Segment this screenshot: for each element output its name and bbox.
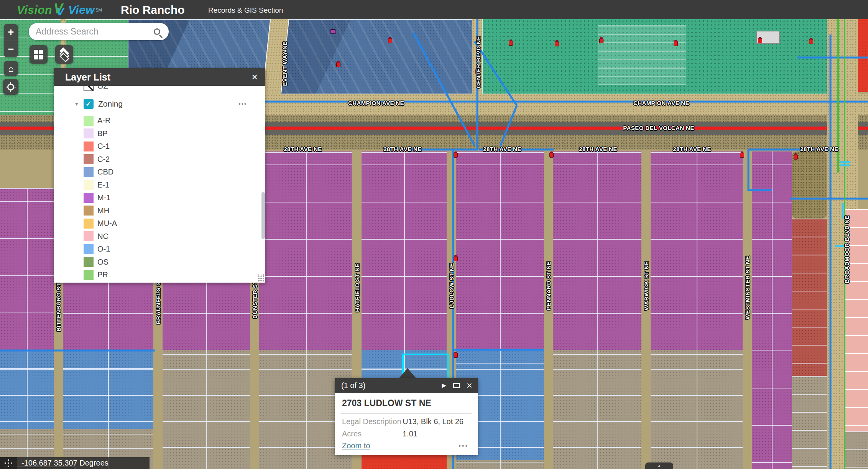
attribution-toggle-button[interactable]: ▲ [645, 462, 673, 469]
logo-vv-icon: V V [53, 2, 67, 18]
locate-icon [7, 84, 14, 91]
legend-swatch [84, 116, 94, 126]
fire-hydrant-icon [509, 41, 513, 46]
legend-item-a-r: A-R [54, 114, 265, 127]
search-icon[interactable] [154, 28, 160, 35]
street-label: 28TH AVE NE [673, 146, 711, 152]
fire-hydrant-icon [388, 38, 392, 43]
legend-swatch [84, 270, 94, 280]
zoom-in-button[interactable]: + [4, 24, 18, 41]
legend-swatch [84, 154, 94, 164]
next-feature-icon[interactable]: ▶ [442, 382, 446, 389]
street-label: 28TH AVE NE [800, 146, 838, 152]
home-button[interactable]: ⌂ [4, 61, 18, 76]
coordinate-widget: -106.687 35.307 Degrees [0, 457, 150, 469]
fire-hydrant-icon [674, 41, 678, 46]
zoom-out-button[interactable]: − [4, 41, 18, 57]
close-icon[interactable]: × [252, 72, 258, 82]
legend-item-m-1: M-1 [54, 191, 265, 204]
fire-hydrant-icon [740, 153, 744, 158]
layer-list-button[interactable] [55, 45, 73, 64]
home-icon: ⌂ [8, 63, 14, 74]
layer-list-header[interactable]: Layer List × [54, 68, 265, 86]
legend-label: M-1 [97, 193, 110, 202]
zoom-to-link[interactable]: Zoom to [342, 441, 459, 450]
legend-label: MU-A [97, 219, 117, 228]
layer-item-label: Zoning [98, 99, 123, 109]
oz-hatched-swatch [84, 86, 94, 91]
basemap-gallery-button[interactable] [30, 45, 48, 64]
app-header: Vision V V View SM Rio Rancho Records & … [0, 0, 868, 19]
legend-swatch [84, 219, 94, 229]
popup-title: 2703 LUDLOW ST NE [342, 398, 471, 408]
layer-list-body: OZ ▾ ✓ Zoning ••• A-RBPC-1C-2CBDE-1M-1MH… [54, 86, 265, 283]
legend-swatch [84, 231, 94, 241]
close-icon[interactable]: × [467, 380, 472, 390]
layer-menu-icon[interactable]: ••• [238, 100, 247, 107]
street-label: 28TH AVE NE [483, 146, 521, 152]
layer-item-label: OZ [97, 86, 108, 91]
street-label: 28TH AVE NE [284, 146, 322, 152]
popup-field: Acres 1.01 [342, 430, 471, 438]
fire-hydrant-icon [454, 256, 458, 261]
layer-list-title: Layer List [65, 72, 252, 83]
legend-swatch [84, 193, 94, 203]
crosshair-icon[interactable] [0, 457, 17, 469]
legend-label: BP [97, 129, 108, 138]
popup-menu-icon[interactable]: ••• [459, 443, 469, 449]
legend-label: C-1 [97, 142, 110, 151]
address-search [29, 23, 169, 40]
legend-swatch [84, 128, 94, 138]
legend-swatch [84, 257, 94, 267]
locate-button[interactable] [3, 79, 18, 95]
street-label: HATFIELD ST NE [354, 263, 360, 312]
fire-hydrant-icon [555, 41, 559, 46]
legend-item-pr: PR [54, 268, 265, 281]
logo-view-text: View [68, 3, 95, 16]
popup-callout-pointer [399, 368, 416, 378]
chevron-down-icon[interactable]: ▾ [75, 100, 78, 107]
street-label: WARWICK ST NE [643, 261, 649, 310]
fire-hydrant-icon [794, 155, 798, 160]
layer-item-zoning[interactable]: ▾ ✓ Zoning ••• [54, 97, 265, 110]
fire-hydrant-icon [599, 38, 603, 43]
legend-label: NC [97, 232, 108, 241]
legend-item-mu-a: MU-A [54, 217, 265, 230]
panel-scrollbar[interactable] [261, 192, 265, 239]
legend-swatch [84, 142, 94, 151]
fire-hydrant-icon [809, 39, 813, 44]
basemap-grid-icon [34, 50, 43, 59]
fire-hydrant-icon [454, 353, 458, 358]
street-label: PENNARD ST NE [545, 261, 552, 310]
street-label: 28TH AVE NE [579, 146, 617, 152]
legend-item-e-1: E-1 [54, 179, 265, 191]
street-label: LUDLOW ST NE [448, 263, 455, 309]
popup-field: Legal Description U13, Blk 6, Lot 26 [342, 417, 471, 426]
zoom-control: + − [4, 24, 18, 57]
fire-hydrant-icon [549, 153, 554, 158]
legend-swatch [84, 244, 94, 254]
popup-body: 2703 LUDLOW ST NE Legal Description U13,… [335, 393, 478, 455]
street-label: 28TH AVE NE [383, 146, 421, 152]
popup-pager: (1 of 3) [341, 381, 435, 390]
popup-header[interactable]: (1 of 3) ▶ × [335, 378, 478, 393]
legend-label: CBD [97, 168, 113, 176]
legend-item-c-1: C-1 [54, 140, 265, 153]
street-label: PASEO DEL VOLCAN NE [623, 125, 694, 131]
panel-resize-handle[interactable] [257, 274, 265, 282]
legend-swatch [84, 180, 94, 190]
legend-label: E-1 [97, 181, 109, 189]
feature-popup: (1 of 3) ▶ × 2703 LUDLOW ST NE Legal Des… [335, 378, 478, 455]
visionview-gis-app: EVENT WAY NECENTER BLVD NECHAMPION AVE N… [0, 0, 868, 469]
legend-label: A-R [97, 116, 110, 125]
layer-item-oz[interactable]: OZ [54, 86, 265, 92]
legend-label: MH [97, 206, 109, 215]
legend-label: PR [97, 270, 108, 279]
maximize-icon[interactable] [453, 383, 460, 388]
page-subtitle: Records & GIS Section [208, 6, 283, 15]
search-input[interactable] [36, 26, 154, 37]
layer-list-panel: Layer List × OZ ▾ ✓ Zoning ••• A-RBPC-1C… [54, 68, 265, 283]
zoning-checkbox[interactable]: ✓ [84, 99, 94, 109]
visionview-logo: Vision V V View SM [17, 2, 102, 18]
street-label: WESTMINSTER ST NE [744, 256, 751, 319]
